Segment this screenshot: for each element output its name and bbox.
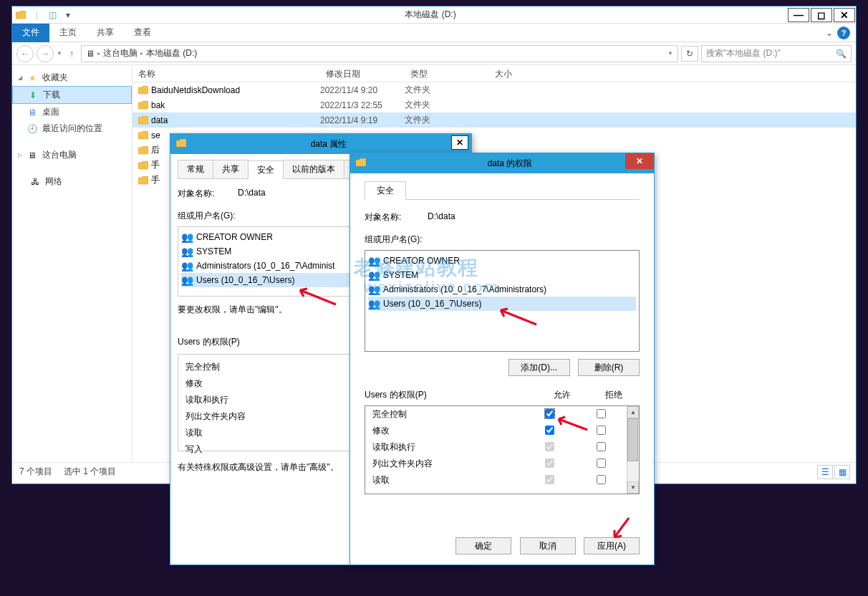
close-button[interactable]: ✕ xyxy=(451,135,468,150)
users-icon: 👥 xyxy=(181,274,193,286)
user-list[interactable]: 👥CREATOR OWNER👥SYSTEM👥Administrators (10… xyxy=(365,250,640,352)
user-row[interactable]: 👥Administrators (10_0_16_7\Administrator… xyxy=(368,282,636,297)
file-row[interactable]: BaiduNetdiskDownload2022/11/4 9:20文件夹 xyxy=(132,82,856,97)
permission-row: 修改 xyxy=(365,423,627,439)
scroll-down-icon[interactable]: ▼ xyxy=(627,481,639,494)
folder-icon xyxy=(137,130,150,141)
dialog-title: data 的权限 xyxy=(366,158,654,170)
user-row[interactable]: 👥Users (10_0_16_7\Users) xyxy=(368,297,636,311)
user-row[interactable]: 👥CREATOR OWNER xyxy=(368,254,636,268)
deny-checkbox[interactable] xyxy=(597,458,606,468)
minimize-button[interactable]: — xyxy=(788,8,809,22)
ribbon-expand-icon[interactable]: ⌄ xyxy=(826,28,833,38)
deny-checkbox[interactable] xyxy=(597,426,606,435)
dialog-titlebar[interactable]: data 属性 ✕ xyxy=(170,134,471,154)
star-icon: ★ xyxy=(26,72,38,84)
deny-checkbox[interactable] xyxy=(597,409,606,418)
user-row[interactable]: 👥SYSTEM xyxy=(368,268,636,282)
allow-checkbox[interactable] xyxy=(545,409,554,418)
maximize-button[interactable]: ◻ xyxy=(811,8,832,22)
deny-checkbox[interactable] xyxy=(597,442,606,451)
close-button[interactable]: ✕ xyxy=(625,153,654,169)
object-label: 对象名称: xyxy=(178,188,238,200)
file-name: data xyxy=(150,115,320,125)
apply-button[interactable]: 应用(A) xyxy=(584,537,640,554)
col-size[interactable]: 大小 xyxy=(489,65,546,82)
add-button[interactable]: 添加(D)... xyxy=(508,359,570,376)
scrollbar[interactable]: ▲ ▼ xyxy=(627,406,639,494)
user-name: CREATOR OWNER xyxy=(383,256,460,266)
tab-previous[interactable]: 以前的版本 xyxy=(283,160,344,178)
nav-network[interactable]: 🖧网络 xyxy=(12,173,132,190)
up-button[interactable]: ↑ xyxy=(65,49,78,59)
icons-view-button[interactable]: ▦ xyxy=(834,465,850,479)
refresh-button[interactable]: ↻ xyxy=(681,46,698,62)
file-date: 2022/11/4 9:20 xyxy=(320,85,405,95)
history-dropdown-icon[interactable]: ▼ xyxy=(57,50,62,57)
dialog-titlebar[interactable]: data 的权限 ✕ xyxy=(350,153,654,173)
tabs: 安全 xyxy=(365,181,640,200)
allow-checkbox[interactable] xyxy=(545,426,554,435)
cancel-button[interactable]: 取消 xyxy=(520,537,576,554)
nav-recent[interactable]: 🕘最近访问的位置 xyxy=(12,120,132,137)
close-button[interactable]: ✕ xyxy=(834,8,855,22)
help-icon[interactable]: ? xyxy=(837,27,850,39)
tab-security[interactable]: 安全 xyxy=(248,160,284,179)
file-date: 2022/11/3 22:55 xyxy=(320,100,405,110)
ok-button[interactable]: 确定 xyxy=(455,537,511,554)
permissions-table: 完全控制修改读取和执行列出文件夹内容读取 ▲ ▼ xyxy=(365,405,640,494)
file-tab[interactable]: 文件 xyxy=(12,24,49,42)
navigation-pane: ◢★收藏夹 ⬇下载 🖥桌面 🕘最近访问的位置 ▷🖥这台电脑 🖧网络 xyxy=(12,65,132,462)
tab-general[interactable]: 常规 xyxy=(178,160,213,178)
col-name[interactable]: 名称 xyxy=(132,65,320,82)
scroll-thumb[interactable] xyxy=(627,418,638,461)
allow-checkbox[interactable] xyxy=(545,458,554,468)
pc-icon: 🖥 xyxy=(85,49,96,59)
deny-checkbox[interactable] xyxy=(597,475,606,484)
allow-checkbox[interactable] xyxy=(545,475,554,484)
object-value: D:\data xyxy=(238,188,266,200)
file-name: bak xyxy=(150,100,320,110)
nav-favorites[interactable]: ◢★收藏夹 xyxy=(12,69,132,86)
breadcrumb-drive[interactable]: 本地磁盘 (D:) xyxy=(145,47,198,59)
folder-icon xyxy=(137,145,150,156)
file-row[interactable]: bak2022/11/3 22:55文件夹 xyxy=(132,97,856,112)
file-type: 文件夹 xyxy=(405,84,489,96)
nav-this-pc[interactable]: ▷🖥这台电脑 xyxy=(12,147,132,163)
breadcrumb[interactable]: 🖥 ▸ 这台电脑 ▸ 本地磁盘 (D:) ▼ xyxy=(81,45,678,62)
qat-dropdown-icon[interactable]: ▾ xyxy=(62,9,74,21)
tab-share[interactable]: 共享 xyxy=(213,160,249,178)
col-type[interactable]: 类型 xyxy=(405,65,489,82)
desktop-icon: 🖥 xyxy=(26,107,38,118)
pc-icon: 🖥 xyxy=(26,150,38,161)
nav-downloads[interactable]: ⬇下载 xyxy=(12,86,132,104)
file-date: 2022/11/4 9:19 xyxy=(320,115,405,125)
share-tab[interactable]: 共享 xyxy=(87,23,124,42)
view-tab[interactable]: 查看 xyxy=(124,23,161,42)
nav-desktop[interactable]: 🖥桌面 xyxy=(12,104,132,120)
search-input[interactable]: 搜索"本地磁盘 (D:)" 🔍 xyxy=(701,45,852,62)
breadcrumb-dropdown-icon[interactable]: ▼ xyxy=(666,50,675,57)
folder-icon xyxy=(137,175,150,186)
file-row[interactable]: data2022/11/4 9:19文件夹 xyxy=(132,112,856,128)
folder-icon xyxy=(137,115,150,126)
item-count: 7 个项目 xyxy=(19,466,52,478)
forward-button[interactable]: → xyxy=(37,45,54,62)
user-name: Administrators (10_0_16_7\Administ xyxy=(196,261,334,271)
users-icon: 👥 xyxy=(368,269,380,281)
col-date[interactable]: 修改日期 xyxy=(320,65,405,82)
details-view-button[interactable]: ☰ xyxy=(817,465,833,479)
object-label: 对象名称: xyxy=(365,211,428,224)
breadcrumb-pc[interactable]: 这台电脑 xyxy=(102,47,139,59)
properties-icon[interactable]: ◫ xyxy=(47,9,58,21)
tab-security[interactable]: 安全 xyxy=(365,181,406,200)
users-icon: 👥 xyxy=(368,284,380,295)
file-name: BaiduNetdiskDownload xyxy=(150,85,320,95)
scroll-up-icon[interactable]: ▲ xyxy=(627,406,639,418)
back-button[interactable]: ← xyxy=(16,45,34,62)
home-tab[interactable]: 主页 xyxy=(49,23,87,42)
allow-checkbox[interactable] xyxy=(545,442,554,451)
breadcrumb-sep-icon: ▸ xyxy=(139,50,145,57)
folder-icon xyxy=(15,9,26,21)
remove-button[interactable]: 删除(R) xyxy=(578,359,640,376)
